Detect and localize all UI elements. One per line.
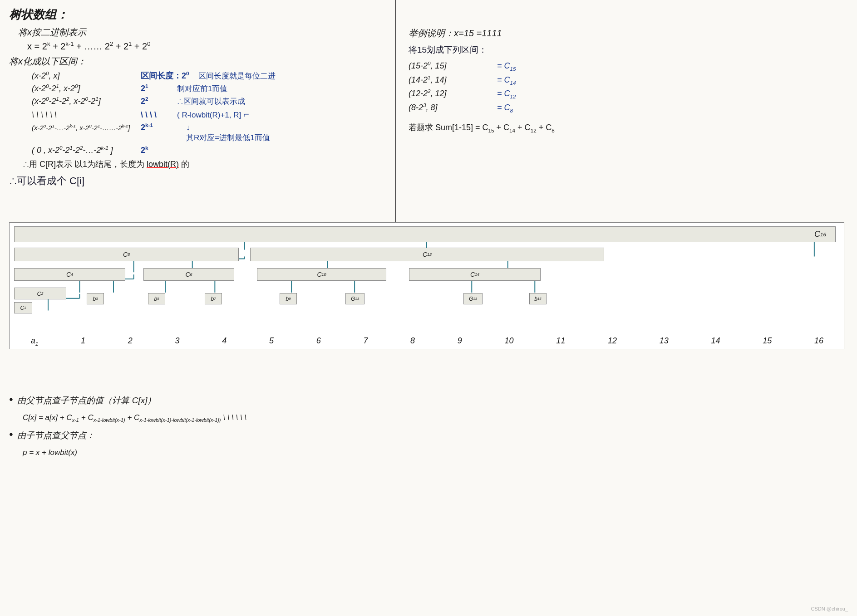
node-b7: b7 bbox=[205, 293, 222, 304]
sum-note: 若题求 Sum[1-15] = C15 + C14 + C12 + C8 bbox=[409, 122, 844, 133]
divide-note: 将15划成下列区间： bbox=[409, 44, 844, 56]
label-12: 12 bbox=[608, 336, 617, 347]
node-b5: b5 bbox=[148, 293, 165, 304]
label-4: 4 bbox=[222, 336, 227, 347]
label-3: 3 bbox=[175, 336, 180, 347]
label-11: 11 bbox=[556, 336, 565, 347]
example-row-1: (15-20, 15] = C15 bbox=[409, 60, 844, 72]
interval-left-1: (x-20, x] bbox=[32, 70, 132, 81]
can-see-text: ∴可以看成个 C[i] bbox=[9, 174, 390, 188]
label-1: 1 bbox=[81, 336, 85, 347]
tree-section: C16 C8 C12 C4 C6 C10 bbox=[9, 222, 848, 349]
conclusion: ∴用 C[R]表示 以1为结尾，长度为 lowbit(R) 的 bbox=[23, 159, 390, 170]
example-left-1: (15-20, 15] bbox=[409, 60, 490, 71]
label-10: 10 bbox=[505, 336, 514, 347]
interval-note-1: 区间长度就是每位二进 bbox=[198, 71, 276, 81]
interval-width-2: 21 bbox=[141, 83, 168, 93]
conclusion-text: ∴用 C[R]表示 以1为结尾，长度为 lowbit(R) 的 bbox=[23, 160, 189, 169]
node-c2: C2 bbox=[14, 288, 66, 299]
formula-2: p = x + lowbit(x) bbox=[23, 448, 826, 457]
interval-row-dots: \ \ \ \ \ \ \ \ \ \ ( R-lowbit(R)+1, R] … bbox=[32, 108, 390, 120]
interval-row-2: (x-20-21, x-20] 21 制对应前1而值 bbox=[32, 83, 390, 94]
interval-width-3: 22 bbox=[141, 96, 168, 106]
example-left-4: (8-23, 8] bbox=[409, 102, 490, 112]
node-c6: C6 bbox=[143, 268, 234, 281]
label-6: 6 bbox=[316, 336, 321, 347]
example-row-3: (12-22, 12] = C12 bbox=[409, 88, 844, 99]
interval-row-3: (x-20-21-22, x-20-21] 22 ∴区间就可以表示成 bbox=[32, 96, 390, 107]
right-section: 举例说明：x=15 =1111 将15划成下列区间： (15-20, 15] =… bbox=[409, 27, 844, 133]
interval-note-dots: ( R-lowbit(R)+1, R] ⌐ bbox=[177, 108, 249, 120]
interval-row-1: (x-20, x] 区间长度：20 区间长度就是每位二进 bbox=[32, 70, 390, 81]
subtitle: 将x按二进制表示 bbox=[18, 26, 390, 39]
formula-1: C[x] = a[x] + Cx-1 + Cx-1-lowbit(x-1) + … bbox=[23, 413, 826, 423]
node-c8: C8 bbox=[14, 248, 239, 261]
bottom-section: • 由父节点查子节点的值（计算 C[x]） C[x] = a[x] + Cx-1… bbox=[9, 395, 826, 464]
node-c4: C4 bbox=[14, 268, 125, 281]
formula-x: x = 2k + 2k-1 + …… 22 + 21 + 20 bbox=[27, 40, 390, 52]
interval-row-6: ( 0 , x-20-21-22-…-2k-1 ] 2k bbox=[32, 145, 390, 155]
interval-left-dots: \ \ \ \ \ \ bbox=[32, 110, 132, 120]
example-eq-2: = C14 bbox=[497, 75, 516, 86]
label-14: 14 bbox=[711, 336, 720, 347]
label-15: 15 bbox=[763, 336, 772, 347]
interval-table: (x-20, x] 区间长度：20 区间长度就是每位二进 (x-20-21, x… bbox=[32, 70, 390, 155]
label-9: 9 bbox=[458, 336, 462, 347]
interval-row-5: (x-20-21-…-2k-1, x-20-21-……-2k-2] 2k-1 ↓… bbox=[32, 122, 390, 143]
node-c12: C12 bbox=[250, 248, 604, 261]
page: 树状数组： 将x按二进制表示 x = 2k + 2k-1 + …… 22 + 2… bbox=[0, 0, 857, 616]
point2-label: 由子节点查父节点： bbox=[17, 430, 95, 441]
interval-left-5: (x-20-21-…-2k-1, x-20-21-……-2k-2] bbox=[32, 123, 132, 132]
page-title: 树状数组： bbox=[9, 7, 390, 23]
example-left-3: (12-22, 12] bbox=[409, 88, 490, 98]
label-a1: a1 bbox=[31, 336, 39, 347]
watermark: CSDN @chirou_ bbox=[811, 606, 848, 611]
point1-label: 由父节点查子节点的值（计算 C[x]） bbox=[17, 395, 156, 406]
label-7: 7 bbox=[363, 336, 368, 347]
interval-width-1: 区间长度：20 bbox=[141, 70, 189, 81]
bullet-item-2: • 由子节点查父节点： bbox=[9, 430, 826, 441]
example-left-2: (14-21, 14] bbox=[409, 74, 490, 85]
node-b3: b3 bbox=[87, 293, 104, 304]
bottom-labels: a1 1 2 3 4 5 6 7 8 9 10 11 12 13 14 15 1… bbox=[10, 336, 845, 347]
interval-width-6: 2k bbox=[141, 145, 168, 155]
interval-left-2: (x-20-21, x-20] bbox=[32, 83, 132, 93]
node-c10: C10 bbox=[257, 268, 386, 281]
bullet-dot-2: • bbox=[9, 428, 13, 441]
label-5: 5 bbox=[269, 336, 274, 347]
example-row-4: (8-23, 8] = C8 bbox=[409, 102, 844, 113]
node-b15: b15 bbox=[529, 293, 547, 304]
example-row-2: (14-21, 14] = C14 bbox=[409, 74, 844, 86]
node-g11: G11 bbox=[345, 293, 364, 304]
example-eq-3: = C12 bbox=[497, 89, 516, 99]
label-8: 8 bbox=[410, 336, 415, 347]
left-section: 树状数组： 将x按二进制表示 x = 2k + 2k-1 + …… 22 + 2… bbox=[9, 7, 390, 188]
interval-note-3: ∴区间就可以表示成 bbox=[177, 96, 245, 107]
interval-left-3: (x-20-21-22, x-20-21] bbox=[32, 96, 132, 106]
interval-left-6: ( 0 , x-20-21-22-…-2k-1 ] bbox=[32, 145, 132, 155]
label-16: 16 bbox=[814, 336, 823, 347]
node-c16: C16 bbox=[14, 226, 836, 242]
node-c1: C1 bbox=[14, 302, 32, 313]
interval-note-5: ↓其R对应=进制最低1而值 bbox=[186, 123, 270, 143]
interval-width-dots: \ \ \ \ bbox=[141, 110, 168, 120]
label-13: 13 bbox=[660, 336, 669, 347]
node-g13: G13 bbox=[463, 293, 483, 304]
bullet-dot-1: • bbox=[9, 393, 13, 406]
example-title: 举例说明：x=15 =1111 bbox=[409, 27, 844, 39]
node-c14: C14 bbox=[409, 268, 541, 281]
section-divide: 将x化成以下区间： bbox=[9, 55, 390, 68]
node-b9: b9 bbox=[280, 293, 297, 304]
label-2: 2 bbox=[128, 336, 133, 347]
interval-note-2: 制对应前1而值 bbox=[177, 83, 227, 94]
interval-width-5: 2k-1 bbox=[141, 122, 168, 132]
bullet-item-1: • 由父节点查子节点的值（计算 C[x]） bbox=[9, 395, 826, 406]
example-eq-4: = C8 bbox=[497, 103, 513, 113]
tree-container: C16 C8 C12 C4 C6 C10 bbox=[9, 222, 844, 349]
example-eq-1: = C15 bbox=[497, 61, 516, 72]
